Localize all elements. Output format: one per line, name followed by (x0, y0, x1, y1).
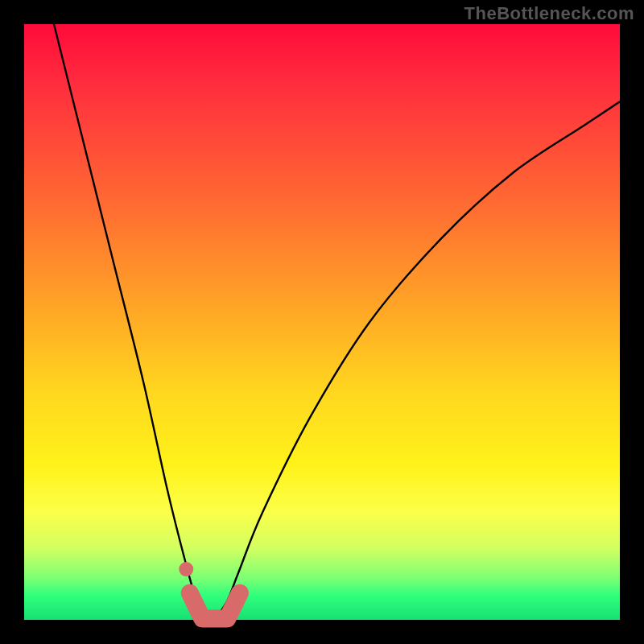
marker-dot (179, 562, 193, 576)
bottleneck-curve (54, 24, 620, 619)
chart-frame: TheBottleneck.com (0, 0, 644, 644)
watermark-text: TheBottleneck.com (464, 3, 634, 24)
plot-area (24, 24, 620, 620)
optimal-range-band (190, 593, 240, 619)
curve-svg (24, 24, 620, 620)
